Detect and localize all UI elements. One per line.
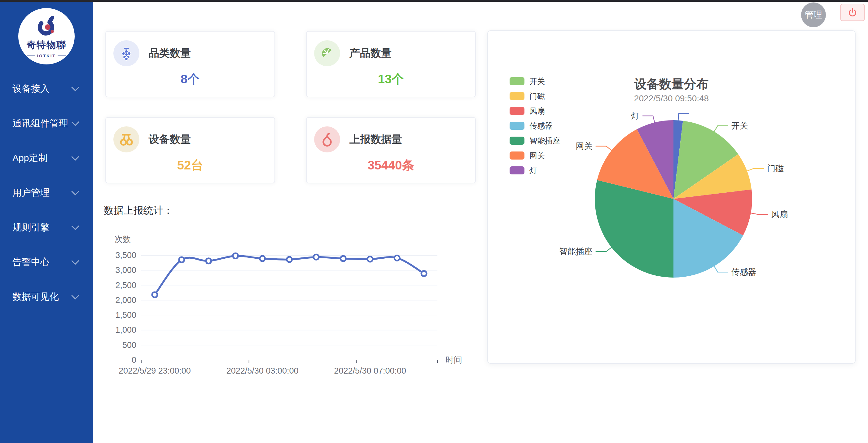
stat-card-product-count: 产品数量 13个 [306, 31, 476, 97]
svg-text:0: 0 [132, 355, 136, 365]
power-icon [848, 8, 857, 17]
svg-text:次数: 次数 [115, 234, 131, 244]
pie-slice-label: 风扇 [771, 210, 788, 219]
sidebar-item-comm-component-mgmt[interactable]: 通讯组件管理 [0, 106, 93, 140]
sidebar-item-label: 告警中心 [12, 256, 50, 268]
stat-card-report-count: 上报数据量 35440条 [306, 117, 476, 183]
pie-slice-label: 开关 [732, 121, 748, 130]
sidebar-item-label: 用户管理 [12, 187, 50, 199]
rabbit-logo-icon [35, 14, 58, 38]
chevron-down-icon [71, 118, 79, 126]
avatar[interactable]: 管理 [801, 2, 826, 27]
svg-text:500: 500 [122, 341, 136, 350]
stat-label: 产品数量 [349, 46, 392, 60]
chevron-down-icon [71, 257, 79, 264]
sidebar-item-label: 设备接入 [12, 83, 50, 95]
svg-text:1,000: 1,000 [115, 325, 136, 335]
svg-text:2,000: 2,000 [115, 295, 136, 305]
sidebar-nav: 设备接入通讯组件管理App定制用户管理规则引擎告警中心数据可见化 [0, 71, 93, 314]
brand-title: 奇特物聯 [27, 39, 66, 52]
sidebar-item-data-visualization[interactable]: 数据可见化 [0, 279, 93, 314]
pie-slice-label: 门磁 [767, 164, 784, 173]
pie-slice-label: 网关 [576, 141, 593, 151]
grapes-icon [113, 40, 140, 66]
stat-value: 13个 [307, 71, 475, 88]
svg-text:2,500: 2,500 [115, 281, 136, 290]
stat-value: 52台 [106, 157, 275, 174]
stat-label: 上报数据量 [349, 132, 402, 147]
stat-value: 35440条 [307, 157, 475, 174]
sidebar-item-rule-engine[interactable]: 规则引擎 [0, 210, 93, 245]
stat-card-device-count: 设备数量 52台 [105, 117, 275, 183]
pear-icon [314, 126, 340, 152]
stat-value: 8个 [106, 71, 275, 88]
line-chart: 05001,0001,5002,0002,5003,0003,500次数时间20… [102, 231, 468, 379]
stat-label: 设备数量 [149, 132, 191, 147]
svg-text:时间: 时间 [445, 355, 462, 365]
stat-card-category-count: 品类数量 8个 [105, 31, 275, 97]
device-distribution-panel: 设备数量分布 2022/5/30 09:50:48 开关门磁风扇传感器智能插座网… [487, 30, 856, 364]
svg-text:3,000: 3,000 [115, 265, 136, 275]
pie-slice-label: 灯 [631, 111, 640, 121]
report-section-heading: 数据上报统计： [104, 204, 173, 218]
sidebar-item-label: 通讯组件管理 [12, 117, 68, 130]
svg-text:1,500: 1,500 [115, 310, 136, 320]
lemon-slice-icon [314, 40, 340, 66]
chevron-down-icon [71, 291, 79, 299]
svg-text:2022/5/29 23:00:00: 2022/5/29 23:00:00 [119, 366, 191, 376]
pie-chart: 开关门磁风扇传感器智能插座网关灯 [488, 31, 856, 364]
cherry-icon [113, 126, 140, 152]
sidebar-item-label: App定制 [12, 152, 48, 164]
pie-slice-label: 传感器 [731, 267, 756, 277]
brand-subtitle: IOTKIT [27, 54, 66, 58]
avatar-label: 管理 [805, 9, 822, 21]
sidebar-item-label: 规则引擎 [12, 221, 50, 234]
chevron-down-icon [71, 83, 79, 91]
sidebar-item-label: 数据可见化 [12, 291, 59, 303]
chevron-down-icon [71, 187, 79, 195]
sidebar-item-user-mgmt[interactable]: 用户管理 [0, 175, 93, 210]
sidebar-item-alarm-center[interactable]: 告警中心 [0, 245, 93, 279]
chevron-down-icon [71, 153, 79, 160]
sidebar-item-app-custom[interactable]: App定制 [0, 140, 93, 175]
iot-dashboard: 奇特物聯 IOTKIT 设备接入通讯组件管理App定制用户管理规则引擎告警中心数… [0, 0, 868, 443]
sidebar-item-device-access[interactable]: 设备接入 [0, 71, 93, 106]
svg-text:2022/5/30 03:00:00: 2022/5/30 03:00:00 [226, 366, 299, 376]
pie-slice-label: 智能插座 [559, 247, 593, 256]
logout-button[interactable] [840, 4, 865, 21]
brand-logo: 奇特物聯 IOTKIT [18, 8, 75, 64]
svg-text:3,500: 3,500 [115, 251, 136, 260]
sidebar: 奇特物聯 IOTKIT 设备接入通讯组件管理App定制用户管理规则引擎告警中心数… [0, 2, 93, 443]
stat-label: 品类数量 [149, 46, 191, 60]
svg-text:2022/5/30 07:00:00: 2022/5/30 07:00:00 [334, 366, 406, 376]
chevron-down-icon [71, 222, 79, 230]
window-top-strip [0, 0, 868, 2]
